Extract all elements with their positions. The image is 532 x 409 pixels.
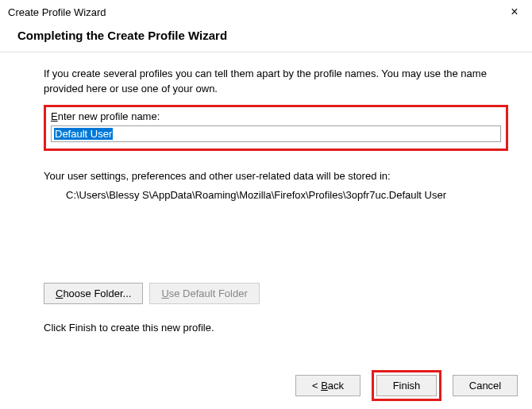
- choose-folder-button[interactable]: Choose Folder...: [44, 283, 143, 304]
- wizard-body: If you create several profiles you can t…: [0, 52, 532, 334]
- finish-instruction: Click Finish to create this new profile.: [44, 322, 508, 334]
- titlebar: Create Profile Wizard ×: [0, 0, 532, 24]
- wizard-header: Completing the Create Profile Wizard: [0, 24, 532, 52]
- finish-highlight: Finish: [372, 370, 441, 401]
- folder-buttons-row: Choose Folder... Use Default Folder: [44, 283, 508, 304]
- wizard-button-bar: < Back Finish Cancel: [281, 370, 532, 401]
- window-title: Create Profile Wizard: [8, 6, 106, 18]
- profile-name-label: Enter new profile name:: [51, 110, 501, 122]
- storage-path: C:\Users\Blessy S\AppData\Roaming\Mozill…: [66, 188, 508, 203]
- profile-name-input[interactable]: Default User: [51, 125, 501, 142]
- finish-button[interactable]: Finish: [376, 375, 437, 396]
- profile-name-section: Enter new profile name: Default User: [44, 105, 508, 151]
- close-icon[interactable]: ×: [505, 5, 524, 19]
- use-default-folder-button: Use Default Folder: [149, 283, 259, 304]
- storage-label: Your user settings, preferences and othe…: [44, 170, 508, 182]
- back-button[interactable]: < Back: [295, 375, 360, 396]
- cancel-button[interactable]: Cancel: [453, 375, 518, 396]
- intro-text: If you create several profiles you can t…: [44, 67, 508, 97]
